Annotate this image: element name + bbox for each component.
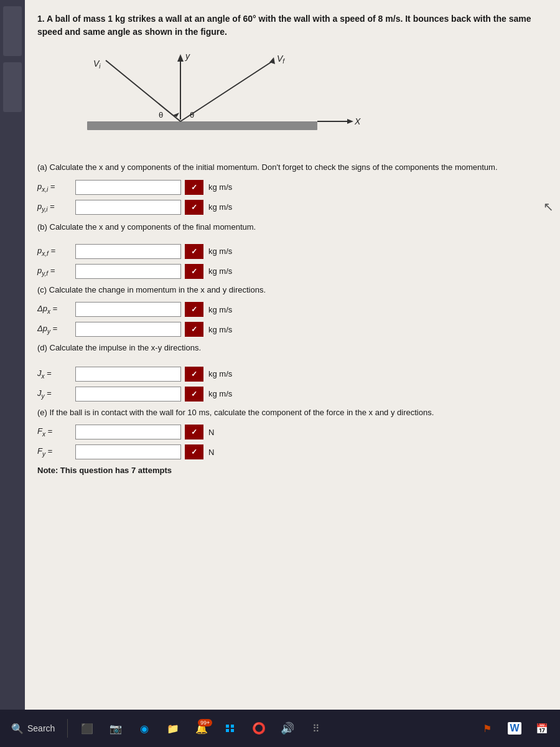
- pyi-row: py,i = ✓ kg m/s: [37, 200, 544, 215]
- fx-check-button[interactable]: ✓: [185, 425, 203, 439]
- fx-label: Fx =: [37, 426, 72, 438]
- sidebar-item-2: [3, 62, 22, 112]
- problem-number: 1.: [37, 14, 45, 24]
- cortana-icon: ⭕: [252, 721, 266, 735]
- taskbar-word-button[interactable]: W: [503, 716, 526, 740]
- window-icon: ⬛: [81, 723, 93, 735]
- pxi-unit: kg m/s: [208, 182, 232, 192]
- svg-text:θ: θ: [190, 110, 194, 120]
- main-content: 1. A ball of mass 1 kg strikes a wall at…: [0, 0, 560, 710]
- part-d-description: (d) Calculate the impulse in the x-y dir…: [37, 342, 544, 354]
- taskbar-windows-start-button[interactable]: [218, 716, 242, 740]
- dpy-input[interactable]: [75, 322, 181, 337]
- jx-row: Jx = ✓ kg m/s: [37, 367, 544, 382]
- part-c-description: (c) Calculate the change in momentum in …: [37, 284, 544, 296]
- fy-unit: N: [208, 448, 214, 457]
- svg-text:X: X: [354, 116, 361, 126]
- jy-input[interactable]: [75, 387, 181, 402]
- pyi-unit: kg m/s: [208, 202, 232, 212]
- dpy-label: Δpy =: [37, 324, 72, 335]
- windows-icon: [226, 725, 235, 732]
- pxi-label: px,i =: [37, 182, 72, 193]
- left-sidebar: [0, 0, 25, 710]
- jx-label: Jx =: [37, 369, 72, 380]
- problem-text: A ball of mass 1 kg strikes a wall at an…: [37, 14, 531, 37]
- apps-grid-icon: ⠿: [312, 723, 320, 735]
- taskbar-divider-1: [67, 719, 68, 738]
- fx-unit: N: [208, 428, 214, 437]
- sound-icon: 🔊: [281, 721, 294, 735]
- svg-marker-11: [347, 119, 353, 124]
- pxf-check-button[interactable]: ✓: [185, 244, 203, 259]
- fy-row: Fy = ✓ N: [37, 444, 544, 459]
- notification-badge: 99+: [198, 719, 212, 726]
- taskbar-folder-button[interactable]: 📁: [161, 716, 185, 740]
- pxi-row: px,i = ✓ kg m/s: [37, 180, 544, 195]
- dpy-row: Δpy = ✓ kg m/s: [37, 322, 544, 337]
- pyf-unit: kg m/s: [208, 266, 232, 276]
- taskbar-apps-button[interactable]: ⠿: [304, 716, 328, 740]
- svg-text:θ: θ: [159, 110, 163, 120]
- pyi-input[interactable]: [75, 200, 181, 215]
- taskbar-search[interactable]: 🔍 Search: [6, 720, 60, 737]
- pyf-label: py,f =: [37, 266, 72, 277]
- word-icon: W: [508, 722, 521, 735]
- fx-input[interactable]: [75, 425, 181, 439]
- camera-icon: 📷: [110, 723, 122, 735]
- svg-text:Vi: Vi: [93, 59, 101, 70]
- svg-text:Vf: Vf: [277, 54, 285, 65]
- folder-icon: 📁: [167, 723, 179, 735]
- edge-icon: ◉: [140, 723, 149, 735]
- taskbar-notification-wrap: 🔔 99+: [190, 716, 213, 740]
- jx-check-button[interactable]: ✓: [185, 367, 203, 382]
- taskbar-calendar-button[interactable]: 📅: [530, 716, 554, 740]
- pyi-label: py,i =: [37, 202, 72, 213]
- dpy-unit: kg m/s: [208, 325, 232, 334]
- pxi-check-button[interactable]: ✓: [185, 180, 203, 195]
- fy-input[interactable]: [75, 444, 181, 459]
- search-icon: 🔍: [11, 723, 24, 735]
- taskbar-flag-button[interactable]: ⚑: [475, 716, 499, 740]
- pyf-row: py,f = ✓ kg m/s: [37, 264, 544, 279]
- content-panel: 1. A ball of mass 1 kg strikes a wall at…: [25, 0, 560, 710]
- taskbar-edge-button[interactable]: ◉: [133, 716, 156, 740]
- taskbar-window-button[interactable]: ⬛: [75, 716, 99, 740]
- dpx-row: Δpx = ✓ kg m/s: [37, 302, 544, 317]
- pxi-input[interactable]: [75, 180, 181, 195]
- pxf-row: px,f = ✓ kg m/s: [37, 244, 544, 259]
- taskbar: 🔍 Search ⬛ 📷 ◉ 📁 🔔 99+ ⭕ �: [0, 710, 560, 747]
- part-a-description: (a) Calculate the x and y components of …: [37, 161, 544, 174]
- jx-input[interactable]: [75, 367, 181, 382]
- dpx-check-button[interactable]: ✓: [185, 302, 203, 317]
- cursor-icon: ↖: [543, 199, 554, 214]
- dpx-label: Δpx =: [37, 304, 72, 315]
- fy-check-button[interactable]: ✓: [185, 444, 203, 459]
- physics-diagram: y Vi Vf X θ θ: [37, 48, 361, 148]
- jy-unit: kg m/s: [208, 389, 232, 398]
- jy-row: Jy = ✓ kg m/s: [37, 387, 544, 402]
- diagram-container: y Vi Vf X θ θ: [37, 48, 544, 150]
- taskbar-right-area: ⚑ W 📅: [475, 716, 554, 740]
- jy-label: Jy =: [37, 388, 72, 400]
- pyf-input[interactable]: [75, 264, 181, 279]
- calendar-icon: 📅: [536, 723, 548, 735]
- taskbar-sound-button[interactable]: 🔊: [276, 716, 299, 740]
- part-e-description: (e) If the ball is in contact with the w…: [37, 406, 544, 419]
- fy-label: Fy =: [37, 446, 72, 458]
- pyi-check-button[interactable]: ✓: [185, 200, 203, 215]
- dpx-unit: kg m/s: [208, 305, 232, 314]
- jy-check-button[interactable]: ✓: [185, 387, 203, 402]
- dpy-check-button[interactable]: ✓: [185, 322, 203, 337]
- part-b-description: (b) Calculate the x and y components of …: [37, 222, 544, 232]
- pxf-input[interactable]: [75, 244, 181, 259]
- pyf-check-button[interactable]: ✓: [185, 264, 203, 279]
- taskbar-camera-button[interactable]: 📷: [104, 716, 128, 740]
- svg-line-7: [180, 60, 274, 121]
- svg-line-4: [106, 60, 180, 121]
- taskbar-cortana-button[interactable]: ⭕: [247, 716, 271, 740]
- jx-unit: kg m/s: [208, 369, 232, 378]
- svg-rect-0: [87, 121, 317, 130]
- svg-text:y: y: [185, 51, 190, 61]
- dpx-input[interactable]: [75, 302, 181, 317]
- svg-marker-2: [177, 54, 184, 62]
